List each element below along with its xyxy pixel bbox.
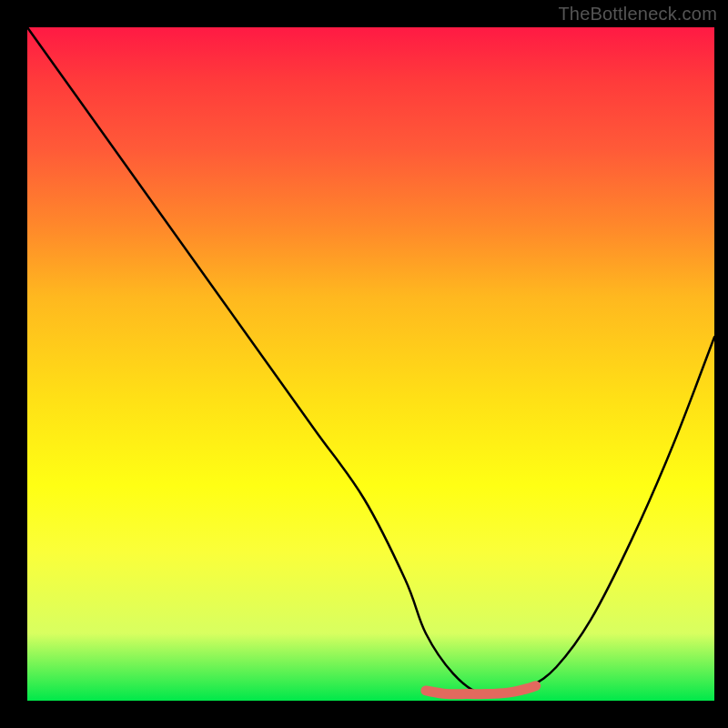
chart-curve: [27, 27, 714, 696]
watermark-text: TheBottleneck.com: [558, 4, 717, 25]
chart-highlight-segment: [426, 686, 536, 694]
chart-plot-area: [27, 27, 714, 701]
chart-svg: [27, 27, 714, 701]
